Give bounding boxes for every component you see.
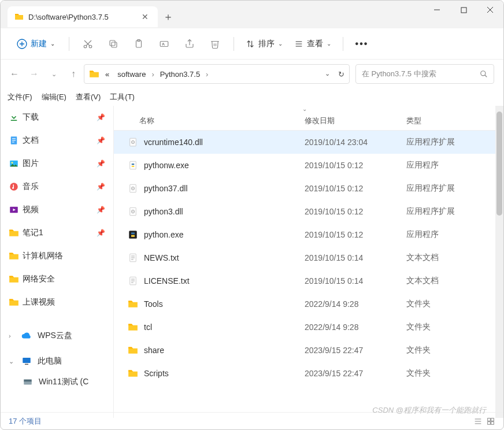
maximize-button[interactable] <box>450 1 477 19</box>
details-view-icon[interactable] <box>473 417 483 426</box>
menu-edit[interactable]: 编辑(E) <box>42 92 66 102</box>
more-button[interactable]: ••• <box>350 34 373 54</box>
search-input[interactable]: 在 Python3.7.5 中搜索 <box>355 64 494 84</box>
sidebar-item[interactable]: 网络安全 <box>1 268 113 291</box>
grid-view-icon[interactable] <box>486 417 495 426</box>
file-row[interactable]: NEWS.txt2019/10/15 0:14文本文档 <box>114 246 495 269</box>
file-row[interactable]: share2023/9/15 22:47文件夹 <box>114 339 495 362</box>
folder-icon <box>128 299 138 309</box>
paste-button[interactable] <box>127 34 150 54</box>
pin-icon: 📌 <box>97 183 105 191</box>
share-button[interactable] <box>178 34 201 54</box>
view-mode-buttons <box>473 417 495 426</box>
sidebar-item-label: 笔记1 <box>23 228 43 238</box>
sidebar-item[interactable]: 笔记1📌 <box>1 221 113 244</box>
new-button[interactable]: 新建 ⌄ <box>10 35 62 53</box>
back-button[interactable]: ← <box>10 69 19 79</box>
column-name[interactable]: 名称 <box>114 116 305 126</box>
column-date[interactable]: 修改日期 <box>305 116 406 126</box>
folder-icon <box>9 228 19 238</box>
svg-point-34 <box>12 162 13 164</box>
breadcrumb-seg[interactable]: software <box>115 69 148 80</box>
file-name: tcl <box>144 322 152 332</box>
sidebar-item[interactable]: 音乐📌 <box>1 175 113 198</box>
breadcrumb-separator: › <box>206 70 208 79</box>
tree-thispc[interactable]: ⌄ 此电脑 <box>1 351 113 372</box>
view-button[interactable]: 查看 ⌄ <box>290 39 336 49</box>
folder-icon <box>128 322 138 332</box>
pic-icon <box>9 158 19 169</box>
cloud-icon <box>21 331 32 341</box>
pin-icon: 📌 <box>97 206 105 214</box>
file-name: Tools <box>144 299 163 309</box>
file-list: ⌄ 名称 修改日期 类型 vcruntime140.dll2019/10/14 … <box>114 106 495 418</box>
txt-icon <box>128 253 138 263</box>
copy-button[interactable] <box>102 34 125 54</box>
pin-icon: 📌 <box>97 113 105 121</box>
tree-wps[interactable]: › WPS云盘 <box>1 325 113 346</box>
tab-close-icon[interactable]: ✕ <box>139 12 151 21</box>
sidebar-item[interactable]: 视频📌 <box>1 198 113 221</box>
svg-rect-40 <box>24 380 32 382</box>
file-name: LICENSE.txt <box>144 276 190 286</box>
forward-button[interactable]: → <box>29 69 39 79</box>
svg-rect-11 <box>112 42 117 47</box>
refresh-icon[interactable]: ↻ <box>338 70 344 79</box>
file-row[interactable]: python.exe2019/10/15 0:12应用程序 <box>114 223 495 246</box>
up-button[interactable]: ↑ <box>69 69 78 79</box>
svg-rect-37 <box>23 358 31 363</box>
recent-dropdown[interactable]: ⌄ <box>49 71 58 78</box>
file-name: share <box>144 346 164 355</box>
sort-button[interactable]: 排序 ⌄ <box>241 39 287 49</box>
sidebar-item[interactable]: 上课视频 <box>1 291 113 314</box>
sidebar-item[interactable]: 图片📌 <box>1 152 113 175</box>
sidebar-item-label: 视频 <box>23 205 39 215</box>
svg-rect-12 <box>110 40 115 46</box>
breadcrumb-seg[interactable]: Python3.7.5 <box>158 69 202 80</box>
file-type: 文件夹 <box>406 368 495 379</box>
chevron-down-icon: ⌄ <box>50 40 55 47</box>
history-dropdown-icon[interactable]: ⌄ <box>325 70 330 79</box>
sidebar-item[interactable]: 下载📌 <box>1 106 113 129</box>
delete-button[interactable] <box>203 34 227 54</box>
file-row[interactable]: Tools2022/9/14 9:28文件夹 <box>114 292 495 316</box>
scrollbar-thumb[interactable] <box>496 112 502 216</box>
column-type[interactable]: 类型 <box>406 116 495 126</box>
sidebar-item[interactable]: 计算机网络 <box>1 244 113 268</box>
menu-view[interactable]: 查看(V) <box>76 92 101 102</box>
rename-button[interactable]: A <box>153 34 176 54</box>
window-tab[interactable]: D:\software\Python3.7.5 ✕ <box>8 6 158 27</box>
menu-tools[interactable]: 工具(T) <box>110 92 135 102</box>
address-bar[interactable]: « software › Python3.7.5 › ⌄ ↻ <box>84 64 350 84</box>
tree-drive[interactable]: Win11测试 (C <box>1 372 113 392</box>
pin-icon: 📌 <box>97 160 105 168</box>
pin-icon: 📌 <box>97 229 105 237</box>
chevron-down-icon: ⌄ <box>278 40 283 47</box>
file-row[interactable]: LICENSE.txt2019/10/15 0:14文本文档 <box>114 269 495 292</box>
dll-icon <box>128 206 138 217</box>
file-row[interactable]: python37.dll2019/10/15 0:12应用程序扩展 <box>114 177 495 200</box>
close-button[interactable] <box>477 1 503 19</box>
folder-icon <box>9 297 19 307</box>
minimize-button[interactable] <box>424 1 450 19</box>
toolbar: 新建 ⌄ A 排序 ⌄ 查看 ⌄ ••• <box>1 28 503 60</box>
file-row[interactable]: Scripts2023/9/15 22:47文件夹 <box>114 362 495 385</box>
menu-file[interactable]: 文件(F) <box>8 92 32 102</box>
svg-rect-66 <box>491 421 494 424</box>
file-row[interactable]: tcl2022/9/14 9:28文件夹 <box>114 316 495 339</box>
file-date: 2022/9/14 9:28 <box>305 322 406 332</box>
pyexe-icon <box>128 160 138 170</box>
file-row[interactable]: python3.dll2019/10/15 0:12应用程序扩展 <box>114 200 495 223</box>
cut-button[interactable] <box>76 34 99 54</box>
column-date-label: 修改日期 <box>305 116 335 125</box>
sidebar-item[interactable]: 文档📌 <box>1 129 113 152</box>
scrollbar[interactable] <box>495 106 503 418</box>
sidebar-item-label: 音乐 <box>23 181 39 192</box>
new-tab-button[interactable]: ＋ <box>158 6 179 27</box>
sidebar-item-label: 下载 <box>23 112 39 123</box>
music-icon <box>9 181 19 192</box>
svg-rect-30 <box>12 138 16 139</box>
video-icon <box>9 205 19 215</box>
file-row[interactable]: pythonw.exe2019/10/15 0:12应用程序 <box>114 154 495 177</box>
file-row[interactable]: vcruntime140.dll2019/10/14 23:04应用程序扩展 <box>114 131 495 154</box>
